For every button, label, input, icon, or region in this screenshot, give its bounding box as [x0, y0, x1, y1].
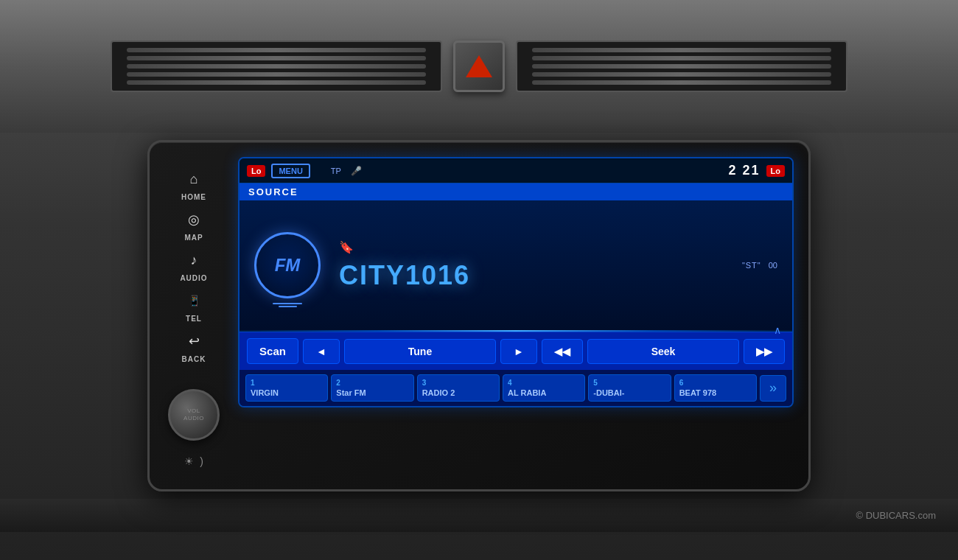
lo-left-badge: Lo	[247, 165, 265, 177]
tel-button[interactable]: 📱 TEL	[164, 286, 223, 326]
lo-right-badge: Lo	[766, 165, 785, 177]
preset-2-number: 2	[336, 379, 408, 387]
back-label: BACK	[182, 355, 206, 363]
preset-5[interactable]: 5 -DUBAI-	[588, 374, 671, 402]
map-label: MAP	[184, 234, 203, 242]
station-name: CITY1016	[339, 260, 470, 291]
microphone-icon: 🎤	[351, 166, 362, 176]
left-controls: ⌂ HOME ◎ MAP ♪ AUDIO 📱 TEL	[164, 157, 223, 475]
menu-button[interactable]: MENU	[271, 164, 310, 178]
map-icon: ◎	[183, 209, 205, 231]
night-mode-icon[interactable]: )	[200, 455, 203, 467]
scan-button[interactable]: Scan	[247, 338, 298, 364]
preset-1-number: 1	[251, 379, 323, 387]
tune-button[interactable]: Tune	[344, 339, 496, 364]
tune-label: Tune	[408, 346, 432, 357]
vent-slat	[127, 48, 426, 52]
preset-3-name: RADIO 2	[422, 388, 494, 397]
seek-label: Seek	[651, 346, 676, 357]
preset-1-name: VIRGIN	[251, 388, 323, 397]
st-volume-area: "ST" 00	[742, 261, 777, 270]
fm-logo: FM	[254, 232, 321, 298]
audio-label: AUDIO	[180, 274, 207, 282]
source-label: SOURCE	[248, 186, 298, 197]
vent-slat	[532, 72, 831, 77]
hazard-area	[442, 41, 516, 92]
nav-button-group: ⌂ HOME ◎ MAP ♪ AUDIO 📱 TEL	[164, 157, 223, 374]
tune-prev-button[interactable]: ◄	[303, 339, 340, 364]
back-icon: ↩	[183, 330, 205, 352]
copyright-watermark: © DUBICARS.com	[856, 510, 936, 521]
preset-1[interactable]: 1 VIRGIN	[245, 374, 328, 402]
phone-icon: 📱	[183, 290, 205, 312]
vent-slat	[532, 48, 831, 52]
screen-topbar: Lo MENU TP 🎤 2 21 Lo	[240, 158, 792, 183]
tel-label: TEL	[186, 315, 202, 323]
preset-5-number: 5	[593, 379, 665, 387]
home-icon: ⌂	[183, 168, 205, 190]
seek-next-button[interactable]: ▶▶	[744, 339, 785, 364]
back-button[interactable]: ↩ BACK	[164, 326, 223, 367]
screen-content: FM 🔖 CITY1016	[240, 200, 792, 330]
map-button[interactable]: ◎ MAP	[164, 205, 223, 245]
bookmark-icon: 🔖	[339, 240, 470, 254]
clock-area: 2 21 Lo	[729, 163, 786, 178]
preset-3-number: 3	[422, 379, 494, 387]
top-vent-area	[0, 0, 958, 133]
vent-slat	[532, 56, 831, 60]
vent-slat	[127, 56, 426, 60]
infotainment-unit: ⌂ HOME ◎ MAP ♪ AUDIO 📱 TEL	[147, 140, 811, 491]
preset-bar: 1 VIRGIN 2 Star FM 3 RADIO 2 4	[240, 370, 792, 406]
bottom-strip: © DUBICARS.com	[0, 499, 958, 532]
preset-6-number: 6	[679, 379, 752, 387]
left-air-vent	[111, 41, 442, 92]
home-label: HOME	[181, 193, 206, 201]
seek-prev-button[interactable]: ◀◀	[542, 339, 583, 364]
clock-display: 2 21	[729, 163, 761, 178]
preset-5-name: -DUBAI-	[593, 388, 665, 397]
vent-slat	[532, 64, 831, 69]
preset-2[interactable]: 2 Star FM	[331, 374, 413, 402]
screen-wrapper: Lo MENU TP 🎤 2 21 Lo SOURCE	[238, 157, 794, 475]
audio-button[interactable]: ♪ AUDIO	[164, 245, 223, 286]
tp-label: TP	[331, 167, 341, 175]
preset-3[interactable]: 3 RADIO 2	[417, 374, 500, 402]
infotainment-screen: Lo MENU TP 🎤 2 21 Lo SOURCE	[238, 157, 794, 407]
signal-line	[279, 306, 297, 307]
vent-slat	[127, 64, 426, 69]
infotainment-row: ⌂ HOME ◎ MAP ♪ AUDIO 📱 TEL	[0, 133, 958, 499]
station-info: 🔖 CITY1016	[339, 240, 470, 291]
preset-6-name: BEAT 978	[679, 388, 752, 397]
fm-signal-lines	[273, 303, 302, 307]
st-label: "ST"	[742, 261, 761, 270]
hazard-button[interactable]	[453, 41, 505, 92]
screen-separator: ∧	[240, 330, 792, 332]
preset-4[interactable]: 4 AL RABIA	[503, 374, 585, 402]
more-presets-button[interactable]: »	[760, 375, 786, 402]
preset-2-name: Star FM	[336, 388, 408, 397]
preset-4-name: AL RABIA	[508, 388, 580, 397]
vent-slat	[127, 72, 426, 77]
right-air-vent	[516, 41, 847, 92]
fm-circle: FM	[254, 232, 321, 298]
preset-6[interactable]: 6 BEAT 978	[674, 374, 757, 402]
tune-next-button[interactable]: ►	[500, 339, 537, 364]
hazard-triangle-icon	[466, 55, 492, 77]
preset-4-number: 4	[508, 379, 580, 387]
volume-knob[interactable]: VOLAUDIO	[168, 389, 220, 441]
audio-icon: ♪	[183, 249, 205, 271]
home-button[interactable]: ⌂ HOME	[164, 164, 223, 205]
chevron-up-icon[interactable]: ∧	[774, 324, 781, 336]
brightness-icon[interactable]: ☀	[184, 455, 194, 467]
fm-text: FM	[275, 255, 301, 276]
volume-level: 00	[769, 261, 777, 270]
volume-label: VOLAUDIO	[183, 407, 204, 421]
brightness-control: ☀ )	[184, 455, 203, 467]
car-dashboard: ⌂ HOME ◎ MAP ♪ AUDIO 📱 TEL	[0, 0, 958, 560]
vent-slat	[127, 80, 426, 85]
signal-line	[273, 303, 302, 304]
vent-slat	[532, 80, 831, 85]
source-bar[interactable]: SOURCE	[240, 183, 792, 200]
control-bar: Scan ◄ Tune ► ◀◀ Seek ▶▶	[240, 332, 792, 370]
seek-button[interactable]: Seek	[587, 339, 739, 364]
